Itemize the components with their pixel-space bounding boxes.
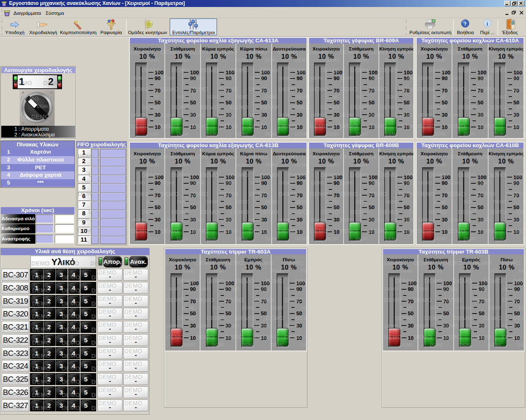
svg-text:i: i <box>487 21 488 27</box>
svg-text:?: ? <box>464 21 467 27</box>
